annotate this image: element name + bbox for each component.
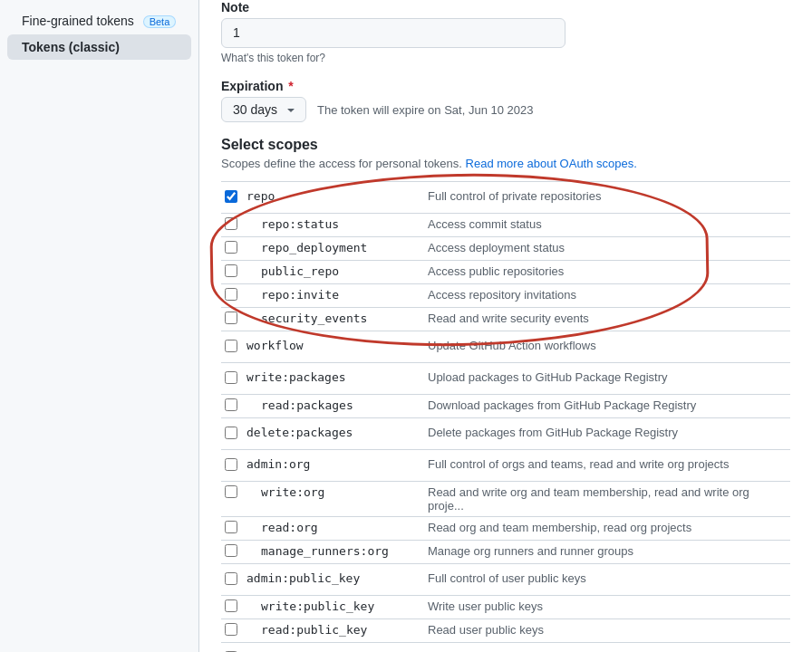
checkbox-write-org[interactable] (225, 485, 237, 498)
scope-row-repo-status: repo:status Access commit status (221, 214, 790, 237)
scope-desc-admin-org: Full control of orgs and teams, read and… (424, 450, 790, 482)
scope-name-write-packages[interactable]: write:packages (246, 370, 346, 384)
scope-desc-repo-invite: Access repository invitations (424, 284, 790, 308)
required-indicator: * (288, 79, 293, 93)
scope-desc-admin-public-key: Full control of user public keys (424, 564, 790, 596)
scope-desc-repo-status: Access commit status (424, 214, 790, 237)
scope-desc-delete-packages: Delete packages from GitHub Package Regi… (424, 418, 790, 450)
scopes-wrapper: repo Full control of private repositorie… (221, 181, 790, 652)
scope-name-repo-deployment[interactable]: repo_deployment (261, 241, 367, 254)
checkbox-write-packages[interactable] (225, 371, 237, 384)
scope-name-repo[interactable]: repo (246, 189, 275, 203)
expiration-select[interactable]: 7 days 30 days 60 days 90 days Custom (221, 97, 306, 122)
scope-name-public-repo[interactable]: public_repo (261, 264, 339, 278)
scope-desc-manage-runners-org: Manage org runners and runner groups (424, 541, 790, 564)
scope-desc-write-org: Read and write org and team membership, … (424, 482, 790, 517)
scope-name-read-public-key[interactable]: read:public_key (261, 623, 367, 637)
main-content: Note What's this token for? Expiration *… (199, 0, 812, 652)
oauth-scopes-link[interactable]: Read more about OAuth scopes. (466, 157, 637, 170)
scope-desc-read-public-key: Read user public keys (424, 619, 790, 643)
scope-name-delete-packages[interactable]: delete:packages (246, 426, 353, 439)
scope-row-read-public-key: read:public_key Read user public keys (221, 619, 790, 643)
scope-name-read-org[interactable]: read:org (261, 521, 318, 534)
scope-row-public-repo: public_repo Access public repositories (221, 261, 790, 284)
scope-row-manage-runners-org: manage_runners:org Manage org runners an… (221, 541, 790, 564)
scopes-group: Select scopes Scopes define the access f… (221, 137, 790, 652)
checkbox-read-packages[interactable] (225, 398, 237, 411)
scope-row-repo-deployment: repo_deployment Access deployment status (221, 237, 790, 261)
scope-desc-write-packages: Upload packages to GitHub Package Regist… (424, 363, 790, 395)
scope-row-read-packages: read:packages Download packages from Git… (221, 395, 790, 418)
checkbox-workflow[interactable] (225, 340, 237, 352)
scope-row-security-events: security_events Read and write security … (221, 308, 790, 331)
sidebar-item-classic[interactable]: Tokens (classic) (7, 34, 191, 60)
note-group: Note What's this token for? (221, 0, 790, 64)
expiration-label: Expiration * (221, 79, 790, 93)
scope-desc-public-repo: Access public repositories (424, 261, 790, 284)
scope-desc-repo-deployment: Access deployment status (424, 237, 790, 261)
scope-row-admin-org: admin:org Full control of orgs and teams… (221, 450, 790, 482)
scope-desc-security-events: Read and write security events (424, 308, 790, 331)
scope-desc-repo: Full control of private repositories (424, 182, 790, 214)
checkbox-repo[interactable] (225, 190, 237, 203)
scope-name-write-public-key[interactable]: write:public_key (261, 599, 374, 613)
checkbox-admin-org[interactable] (225, 458, 237, 471)
checkbox-write-public-key[interactable] (225, 599, 237, 612)
scope-row-read-org: read:org Read org and team membership, r… (221, 517, 790, 541)
scopes-hint: Scopes define the access for personal to… (221, 157, 790, 170)
scope-name-repo-invite[interactable]: repo:invite (261, 288, 339, 302)
sidebar-item-label: Fine-grained tokens (22, 14, 134, 28)
sidebar-item-label: Tokens (classic) (22, 40, 120, 54)
checkbox-public-repo[interactable] (225, 264, 237, 277)
beta-badge: Beta (143, 15, 177, 28)
sidebar: Fine-grained tokens Beta Tokens (classic… (0, 0, 199, 652)
checkbox-delete-packages[interactable] (225, 427, 237, 439)
scope-row-delete-packages: delete:packages Delete packages from Git… (221, 418, 790, 450)
scope-name-security-events[interactable]: security_events (261, 312, 367, 325)
scope-row-repo-invite: repo:invite Access repository invitation… (221, 284, 790, 308)
checkbox-manage-runners-org[interactable] (225, 544, 237, 557)
scope-desc-read-packages: Download packages from GitHub Package Re… (424, 395, 790, 418)
checkbox-repo-invite[interactable] (225, 288, 237, 301)
scope-desc-workflow: Update GitHub Action workflows (424, 331, 790, 363)
expiration-row: 7 days 30 days 60 days 90 days Custom Th… (221, 97, 790, 122)
sidebar-item-fine-grained[interactable]: Fine-grained tokens Beta (7, 8, 191, 34)
scope-row-write-packages: write:packages Upload packages to GitHub… (221, 363, 790, 395)
checkbox-read-org[interactable] (225, 521, 237, 533)
checkbox-security-events[interactable] (225, 312, 237, 324)
note-label: Note (221, 0, 790, 14)
checkbox-repo-deployment[interactable] (225, 241, 237, 254)
scope-name-admin-public-key[interactable]: admin:public_key (246, 571, 360, 585)
scope-row-repo: repo Full control of private repositorie… (221, 182, 790, 214)
scope-name-manage-runners-org[interactable]: manage_runners:org (261, 544, 389, 558)
scope-row-admin-repo-hook: admin:repo_hook Full control of reposito… (221, 643, 790, 653)
scopes-title: Select scopes (221, 137, 790, 153)
expiration-group: Expiration * 7 days 30 days 60 days 90 d… (221, 79, 790, 122)
checkbox-admin-public-key[interactable] (225, 572, 237, 585)
scope-row-write-org: write:org Read and write org and team me… (221, 482, 790, 517)
note-hint: What's this token for? (221, 52, 790, 64)
scope-row-workflow: workflow Update GitHub Action workflows (221, 331, 790, 363)
scope-row-admin-public-key: admin:public_key Full control of user pu… (221, 564, 790, 596)
checkbox-read-public-key[interactable] (225, 623, 237, 636)
scope-name-read-packages[interactable]: read:packages (261, 398, 353, 412)
scope-desc-read-org: Read org and team membership, read org p… (424, 517, 790, 541)
scopes-table: repo Full control of private repositorie… (221, 181, 790, 652)
scope-name-repo-status[interactable]: repo:status (261, 217, 339, 231)
scope-desc-write-public-key: Write user public keys (424, 596, 790, 619)
scope-name-workflow[interactable]: workflow (246, 339, 304, 352)
scope-desc-admin-repo-hook: Full control of repository hooks (424, 643, 790, 653)
scope-row-write-public-key: write:public_key Write user public keys (221, 596, 790, 619)
scope-name-write-org[interactable]: write:org (261, 485, 324, 499)
checkbox-repo-status[interactable] (225, 217, 237, 230)
expiry-note: The token will expire on Sat, Jun 10 202… (317, 103, 533, 117)
note-input[interactable] (221, 18, 566, 48)
scope-name-admin-org[interactable]: admin:org (246, 457, 310, 471)
